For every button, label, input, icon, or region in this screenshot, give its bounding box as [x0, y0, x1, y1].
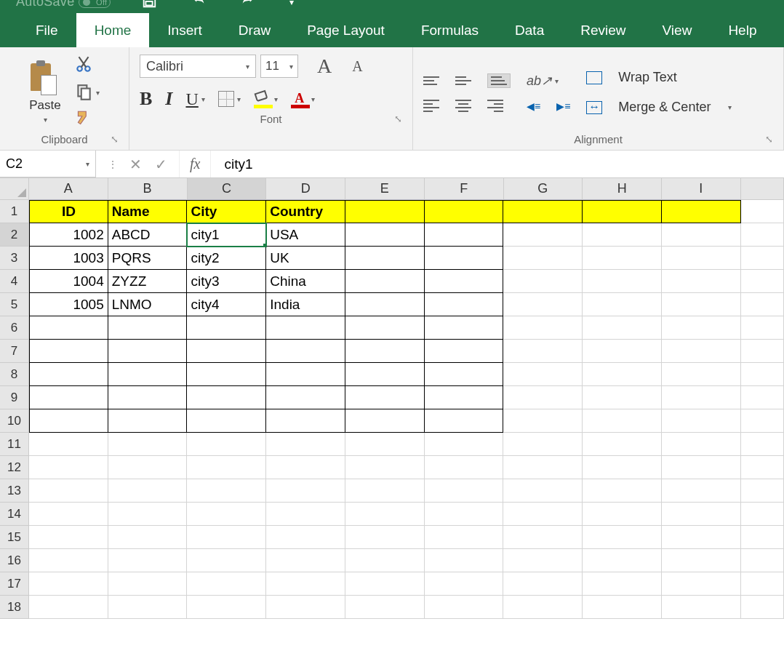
cell[interactable] [583, 200, 662, 223]
col-header-F[interactable]: F [425, 178, 504, 200]
cell[interactable] [741, 479, 784, 503]
cell[interactable] [583, 479, 662, 503]
tab-data[interactable]: Data [497, 13, 562, 47]
cell[interactable] [108, 456, 188, 479]
cell[interactable] [425, 479, 504, 503]
cell[interactable] [503, 456, 583, 479]
cell[interactable] [741, 363, 784, 386]
tab-formulas[interactable]: Formulas [403, 13, 497, 47]
cell[interactable] [266, 386, 345, 409]
select-all-cell[interactable] [0, 178, 29, 200]
cell[interactable] [29, 409, 108, 433]
tab-insert[interactable]: Insert [149, 13, 220, 47]
cell[interactable] [662, 340, 741, 363]
cell[interactable] [503, 479, 583, 503]
cell[interactable] [345, 223, 425, 247]
cell[interactable] [345, 549, 425, 572]
cell[interactable] [425, 433, 504, 456]
cell[interactable] [741, 223, 784, 247]
format-painter-icon[interactable] [74, 109, 100, 130]
cell[interactable] [503, 526, 583, 549]
cell[interactable] [583, 293, 662, 316]
cell[interactable] [425, 293, 504, 316]
cell[interactable] [187, 456, 266, 479]
cell[interactable] [503, 223, 583, 247]
cell[interactable] [425, 200, 504, 223]
cell[interactable] [503, 433, 583, 456]
increase-indent-icon[interactable]: ▶≡ [556, 100, 570, 112]
cell[interactable] [503, 409, 583, 433]
cell[interactable] [583, 433, 662, 456]
cell[interactable] [29, 572, 108, 596]
orientation-button[interactable]: ab↗▾ [527, 73, 559, 89]
row-header-2[interactable]: 2 [0, 223, 29, 247]
cell[interactable] [266, 340, 345, 363]
bold-button[interactable]: B [140, 88, 152, 110]
row-header-11[interactable]: 11 [0, 433, 29, 456]
merge-dropdown-icon[interactable]: ▾ [728, 103, 732, 111]
cell[interactable] [345, 200, 425, 223]
col-header-H[interactable]: H [583, 178, 662, 200]
cell[interactable] [583, 596, 662, 619]
cell[interactable] [29, 433, 108, 456]
cell[interactable] [345, 526, 425, 549]
cell[interactable] [741, 456, 784, 479]
cell[interactable] [29, 340, 108, 363]
cell[interactable] [187, 409, 266, 433]
align-top-icon[interactable] [423, 76, 439, 85]
cell[interactable]: ID [29, 200, 108, 223]
cell[interactable] [583, 386, 662, 409]
cancel-edit-icon[interactable]: ✕ [129, 156, 142, 173]
row-header-14[interactable]: 14 [0, 503, 29, 526]
cell[interactable] [29, 386, 108, 409]
tab-review[interactable]: Review [562, 13, 644, 47]
row-header-18[interactable]: 18 [0, 596, 29, 619]
align-middle-icon[interactable] [455, 76, 471, 85]
cell[interactable] [425, 386, 504, 409]
cell[interactable] [29, 456, 108, 479]
cell[interactable] [503, 549, 583, 572]
cell[interactable] [29, 316, 108, 340]
cell[interactable]: city2 [187, 247, 266, 270]
tab-view[interactable]: View [644, 13, 711, 47]
cell[interactable] [503, 340, 583, 363]
row-header-9[interactable]: 9 [0, 386, 29, 409]
paste-button[interactable]: Paste ▾ [29, 62, 60, 124]
cell[interactable] [741, 386, 784, 409]
cell[interactable] [425, 340, 504, 363]
save-icon[interactable] [141, 0, 157, 12]
cell[interactable] [187, 340, 266, 363]
font-size-combo[interactable]: 11▾ [260, 55, 298, 78]
merge-center-button[interactable]: Merge & Center [618, 100, 711, 115]
cell[interactable] [741, 596, 784, 619]
cell[interactable] [187, 433, 266, 456]
copy-icon[interactable]: ▾ [74, 83, 100, 102]
tab-page-layout[interactable]: Page Layout [289, 13, 403, 47]
increase-font-icon[interactable]: A [317, 55, 332, 78]
row-header-10[interactable]: 10 [0, 409, 29, 433]
col-header-overflow[interactable] [741, 178, 784, 200]
autosave-pill[interactable]: Off [79, 0, 111, 8]
cell[interactable] [741, 270, 784, 293]
borders-button[interactable]: ▾ [218, 91, 241, 107]
cell[interactable]: USA [266, 223, 345, 247]
undo-icon[interactable] [191, 0, 207, 12]
cell[interactable] [345, 503, 425, 526]
cell[interactable] [29, 596, 108, 619]
cell[interactable] [425, 503, 504, 526]
cell[interactable] [741, 433, 784, 456]
cell[interactable] [583, 526, 662, 549]
alignment-launcher-icon[interactable]: ⤡ [765, 134, 773, 145]
cell[interactable] [29, 503, 108, 526]
cell[interactable] [29, 549, 108, 572]
cell[interactable] [345, 340, 425, 363]
cell[interactable] [108, 433, 188, 456]
font-launcher-icon[interactable]: ⤡ [394, 113, 402, 124]
row-header-1[interactable]: 1 [0, 200, 29, 223]
cell[interactable] [662, 200, 741, 223]
cell[interactable] [583, 247, 662, 270]
cell[interactable] [662, 386, 741, 409]
cell[interactable] [741, 572, 784, 596]
cell[interactable] [345, 456, 425, 479]
cell[interactable] [108, 409, 188, 433]
